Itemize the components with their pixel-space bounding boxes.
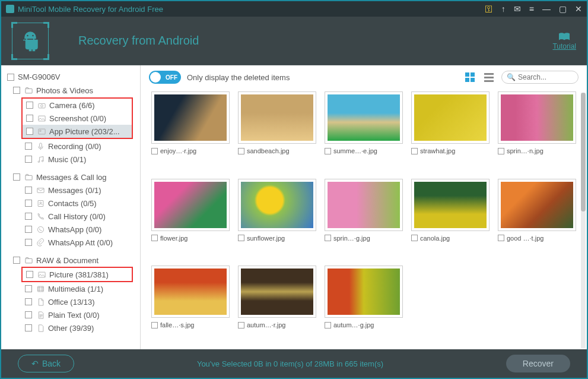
thumbnail-filename: falle…·s.jpg [160, 321, 194, 329]
item-checkbox[interactable] [25, 298, 32, 305]
scrollbar[interactable] [581, 93, 586, 348]
only-deleted-toggle[interactable]: OFF [149, 71, 181, 84]
thumbnail-checkbox[interactable] [151, 322, 158, 329]
section-checkbox[interactable] [13, 87, 20, 94]
sidebar-item-office[interactable]: Office (13/13) [4, 295, 138, 308]
sidebar-item-messages[interactable]: Messages (0/1) [4, 184, 138, 197]
item-checkbox[interactable] [25, 213, 32, 220]
sidebar-item-app-picture[interactable]: App Picture (203/2... [23, 125, 132, 138]
item-checkbox[interactable] [25, 156, 32, 163]
thumbnail-checkbox[interactable] [498, 148, 504, 154]
sidebar-item-other[interactable]: Other (39/39) [4, 321, 138, 334]
item-checkbox[interactable] [25, 285, 32, 292]
sidebar-item-whatsapp[interactable]: WhatsApp (0/0) [4, 223, 138, 236]
item-checkbox[interactable] [26, 102, 33, 109]
thumbnail-checkbox[interactable] [238, 235, 244, 241]
thumbnail-checkbox[interactable] [151, 235, 158, 241]
thumbnail-caption: strawhat.jpg [411, 147, 490, 154]
sidebar-item-camera[interactable]: Camera (6/6) [23, 99, 132, 112]
thumbnail-card[interactable]: sandbeach.jpg [238, 91, 316, 169]
sidebar-item-contacts[interactable]: Contacts (0/5) [4, 197, 138, 210]
thumbnail-card[interactable]: canola.jpg [411, 179, 490, 257]
view-list-button[interactable] [482, 71, 495, 84]
thumbnail-card[interactable]: sprin…·g.jpg [325, 179, 403, 257]
search-input[interactable] [518, 73, 571, 81]
section-photos-videos[interactable]: Photos & Videos [4, 84, 138, 97]
section-checkbox[interactable] [13, 173, 20, 181]
item-checkbox[interactable] [25, 143, 32, 150]
section-raw-document[interactable]: RAW & Document [4, 254, 138, 267]
item-label: Call History (0/0) [48, 212, 106, 221]
svg-rect-5 [38, 116, 45, 121]
minimize-icon[interactable]: — [542, 4, 551, 14]
sidebar-item-multimedia[interactable]: Multimedia (1/1) [4, 282, 138, 295]
sidebar-item-whatsapp-att[interactable]: WhatsApp Att (0/0) [4, 236, 138, 249]
thumbnail-checkbox[interactable] [325, 235, 331, 241]
sidebar-item-call-history[interactable]: Call History (0/0) [4, 210, 138, 223]
sidebar-item-recording[interactable]: Recording (0/0) [4, 140, 138, 153]
maximize-icon[interactable]: ▢ [559, 4, 567, 14]
item-label: WhatsApp (0/0) [48, 225, 101, 234]
search-field[interactable]: 🔍 [501, 71, 579, 84]
thumbnail-checkbox[interactable] [325, 322, 331, 329]
view-grid-button[interactable] [463, 71, 476, 84]
back-button[interactable]: ↶ Back [18, 355, 74, 372]
thumbnail-image [328, 182, 400, 228]
device-root[interactable]: SM-G9006V [4, 70, 138, 84]
thumbnail-checkbox[interactable] [238, 148, 244, 154]
thumbnail-card[interactable]: summe…·e.jpg [325, 91, 403, 169]
sidebar: SM-G9006V Photos & Videos Camera (6/6) S… [1, 65, 141, 349]
thumbnail-caption: summe…·e.jpg [325, 147, 403, 154]
thumbnail-image [154, 182, 227, 228]
titlebar: MiniTool Mobile Recovery for Android Fre… [1, 1, 587, 17]
toolbar: OFF Only display the deleted items 🔍 [141, 65, 587, 89]
camera-icon [37, 100, 46, 110]
thumbnail-caption: falle…·s.jpg [151, 321, 230, 329]
thumbnail-checkbox[interactable] [325, 148, 331, 154]
device-checkbox[interactable] [7, 74, 14, 81]
item-checkbox[interactable] [25, 239, 32, 246]
sidebar-item-picture[interactable]: Picture (381/381) [23, 268, 132, 281]
thumbnail-frame [238, 179, 316, 231]
thumbnail-card[interactable]: strawhat.jpg [411, 91, 490, 169]
upload-icon[interactable]: ↑ [501, 4, 506, 14]
thumbnail-frame [238, 266, 316, 318]
section-checkbox[interactable] [13, 257, 20, 264]
thumbnail-card[interactable]: sunflower.jpg [238, 179, 316, 257]
thumbnail-checkbox[interactable] [151, 148, 158, 154]
tutorial-link[interactable]: Tutorial [552, 31, 576, 50]
item-checkbox[interactable] [26, 271, 33, 278]
section-messages-call[interactable]: Messages & Call log [4, 170, 138, 184]
thumbnail-checkbox[interactable] [411, 235, 418, 241]
image-icon [37, 113, 46, 123]
item-checkbox[interactable] [25, 226, 32, 233]
thumbnail-checkbox[interactable] [238, 322, 244, 329]
thumbnail-card[interactable]: falle…·s.jpg [151, 266, 230, 343]
item-checkbox[interactable] [25, 324, 32, 331]
thumbnail-caption: flower.jpg [151, 235, 230, 242]
item-checkbox[interactable] [26, 115, 33, 122]
thumbnail-frame [238, 91, 316, 144]
thumbnail-filename: sprin…·g.jpg [333, 235, 370, 242]
menu-icon[interactable]: ≡ [529, 4, 534, 14]
item-checkbox[interactable] [25, 311, 32, 318]
thumbnail-card[interactable]: autum…·r.jpg [238, 266, 316, 343]
sidebar-item-music[interactable]: Music (0/1) [4, 153, 138, 166]
item-checkbox[interactable] [25, 200, 32, 207]
thumbnail-card[interactable]: enjoy…·r.jpg [151, 91, 230, 169]
thumbnail-card[interactable]: good …·t.jpg [498, 179, 576, 257]
sidebar-item-plaintext[interactable]: Plain Text (0/0) [4, 308, 138, 321]
sidebar-item-screenshot[interactable]: Screenshot (0/0) [23, 112, 132, 125]
thumbnail-card[interactable]: flower.jpg [151, 179, 230, 257]
thumbnail-checkbox[interactable] [498, 235, 504, 241]
mail-icon[interactable]: ✉ [514, 4, 521, 14]
scrollbar-thumb[interactable] [581, 93, 586, 211]
item-checkbox[interactable] [26, 128, 33, 135]
recover-button[interactable]: Recover [506, 355, 570, 372]
thumbnail-card[interactable]: autum…·g.jpg [325, 266, 403, 343]
item-checkbox[interactable] [25, 187, 32, 194]
close-icon[interactable]: ✕ [575, 4, 582, 14]
thumbnail-checkbox[interactable] [411, 148, 418, 154]
key-icon[interactable]: ⚿ [485, 4, 493, 14]
thumbnail-card[interactable]: sprin…·n.jpg [498, 91, 576, 169]
